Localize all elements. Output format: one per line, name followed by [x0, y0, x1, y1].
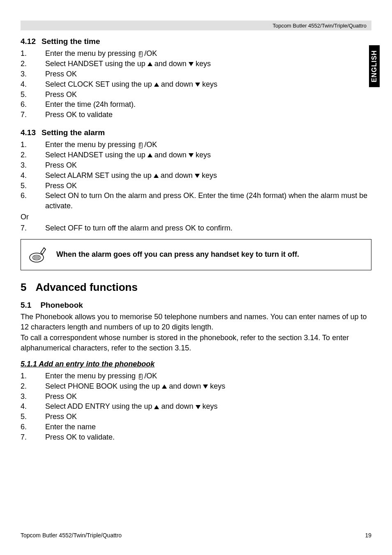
step-number: 1. [21, 140, 45, 150]
paragraph: To call a correspondent whose number is … [21, 333, 371, 353]
step-number: 5. [21, 412, 45, 422]
step-text: Press OK [45, 160, 371, 170]
section-4-13-steps-cont: 7.Select OFF to turn off the alarm and p… [21, 223, 371, 233]
step-number: 6. [21, 191, 45, 211]
down-arrow-icon [189, 62, 194, 66]
section-4-12-steps: 1.Enter the menu by pressing /OK 2.Selec… [21, 48, 371, 120]
step-text: Enter the time (24h format). [45, 99, 371, 110]
step-text: Enter the name [45, 422, 371, 432]
menu-icon [138, 143, 143, 147]
list-item: 3.Press OK [21, 391, 371, 402]
step-text: Enter the menu by pressing /OK [45, 140, 371, 150]
step-number: 5. [21, 181, 45, 191]
paragraph: The Phonebook allows you to memorise 50 … [21, 312, 371, 332]
page-number: 19 [365, 532, 371, 539]
list-item: 5.Press OK [21, 90, 371, 100]
section-number: 5.1 [21, 300, 31, 311]
section-title: Advanced functions [35, 280, 137, 295]
footer-product: Topcom Butler 4552/Twin/Triple/Quattro [21, 532, 122, 539]
step-text: Select CLOCK SET using the up and down k… [45, 79, 371, 90]
step-number: 1. [21, 48, 45, 59]
page-footer: Topcom Butler 4552/Twin/Triple/Quattro 1… [21, 532, 371, 539]
list-item: 4.Select ADD ENTRY using the up and down… [21, 401, 371, 412]
section-4-12-heading: 4.12 Setting the time [21, 36, 371, 47]
list-item: 2.Select HANDSET using the up and down k… [21, 59, 371, 69]
list-item: 7.Select OFF to turn off the alarm and p… [21, 223, 371, 233]
step-number: 6. [21, 422, 45, 432]
up-arrow-icon [148, 153, 152, 157]
step-text: Select HANDSET using the up and down key… [45, 150, 371, 160]
step-number: 6. [21, 99, 45, 110]
step-text: Press OK [45, 69, 371, 79]
note-box: When the alarm goes off you can press an… [21, 239, 371, 270]
section-title: Setting the time [42, 36, 100, 47]
step-text: Press OK [45, 90, 371, 100]
step-text: Press OK to validate. [45, 432, 371, 442]
section-5-1-heading: 5.1 Phonebook [21, 300, 371, 311]
header-product: Topcom Butler 4552/Twin/Triple/Quattro [272, 23, 367, 29]
step-number: 3. [21, 69, 45, 79]
document-page: Topcom Butler 4552/Twin/Triple/Quattro E… [0, 0, 392, 555]
section-5-heading: 5 Advanced functions [21, 280, 371, 295]
section-5-1-1-steps: 1.Enter the menu by pressing /OK 2.Selec… [21, 371, 371, 442]
language-tab-label: ENGLISH [371, 50, 378, 82]
down-arrow-icon [196, 405, 201, 409]
note-text: When the alarm goes off you can press an… [56, 249, 299, 260]
step-text: Select ON to turn On the alarm and press… [45, 191, 371, 211]
section-number: 4.12 [21, 36, 36, 47]
section-title: Setting the alarm [42, 127, 105, 138]
up-arrow-icon [162, 385, 167, 389]
list-item: 5.Press OK [21, 181, 371, 191]
menu-icon [138, 51, 143, 56]
list-item: 1.Enter the menu by pressing /OK [21, 140, 371, 150]
list-item: 6.Enter the time (24h format). [21, 99, 371, 110]
menu-icon [138, 374, 143, 379]
step-number: 3. [21, 391, 45, 402]
list-item: 3.Press OK [21, 160, 371, 170]
list-item: 1.Enter the menu by pressing /OK [21, 48, 371, 59]
list-item: 4.Select CLOCK SET using the up and down… [21, 79, 371, 90]
list-item: 2.Select PHONE BOOK using the up and dow… [21, 381, 371, 391]
step-text: Press OK to validate [45, 110, 371, 120]
section-4-13-steps: 1.Enter the menu by pressing /OK 2.Selec… [21, 140, 371, 211]
up-arrow-icon [154, 174, 159, 178]
up-arrow-icon [154, 405, 159, 409]
down-arrow-icon [203, 385, 208, 389]
list-item: 2.Select HANDSET using the up and down k… [21, 150, 371, 160]
step-text: Enter the menu by pressing /OK [45, 48, 371, 59]
or-label: Or [21, 212, 371, 222]
down-arrow-icon [189, 153, 194, 157]
step-text: Select PHONE BOOK using the up and down … [45, 381, 371, 391]
step-number: 2. [21, 59, 45, 69]
down-arrow-icon [195, 83, 200, 87]
step-number: 1. [21, 371, 45, 381]
list-item: 1.Enter the menu by pressing /OK [21, 371, 371, 381]
step-text: Press OK [45, 181, 371, 191]
list-item: 7.Press OK to validate [21, 110, 371, 120]
section-4-13-heading: 4.13 Setting the alarm [21, 127, 371, 138]
up-arrow-icon [154, 83, 159, 87]
step-number: 4. [21, 401, 45, 412]
step-number: 7. [21, 432, 45, 442]
list-item: 4.Select ALARM SET using the up and down… [21, 170, 371, 181]
note-icon [28, 245, 47, 264]
step-number: 4. [21, 79, 45, 90]
section-number: 5 [21, 280, 26, 295]
step-number: 7. [21, 110, 45, 120]
step-number: 3. [21, 160, 45, 170]
step-text: Select OFF to turn off the alarm and pre… [45, 223, 371, 233]
content-area: 4.12 Setting the time 1.Enter the menu b… [21, 36, 371, 442]
step-text: Select ALARM SET using the up and down k… [45, 170, 371, 181]
up-arrow-icon [148, 62, 152, 66]
section-number: 4.13 [21, 127, 36, 138]
list-item: 7.Press OK to validate. [21, 432, 371, 442]
section-5-1-1-heading: 5.1.1 Add an entry into the phonebook [21, 359, 371, 369]
step-number: 7. [21, 223, 45, 233]
section-title: Phonebook [40, 300, 83, 311]
list-item: 6.Select ON to turn On the alarm and pre… [21, 191, 371, 211]
step-number: 4. [21, 170, 45, 181]
list-item: 3.Press OK [21, 69, 371, 79]
header-band: Topcom Butler 4552/Twin/Triple/Quattro [21, 21, 371, 30]
step-number: 5. [21, 90, 45, 100]
list-item: 5.Press OK [21, 412, 371, 422]
